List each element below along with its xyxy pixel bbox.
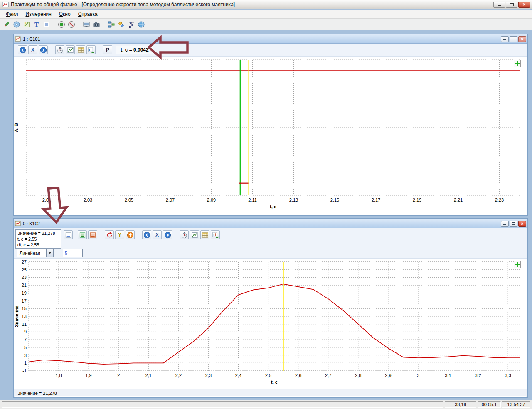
svg-text:3: 3 <box>417 373 419 378</box>
table-view-icon <box>202 232 209 239</box>
svg-text:21: 21 <box>22 283 27 288</box>
c101-plot[interactable]: 2,012,032,052,072,092,112,132,152,172,19… <box>14 57 526 214</box>
camera-button[interactable] <box>91 20 101 30</box>
minimize-button[interactable] <box>493 2 505 8</box>
stopwatch-button[interactable] <box>180 230 189 239</box>
stopwatch-button[interactable] <box>55 45 64 54</box>
window-c101-toolbar: X <box>14 44 527 57</box>
chart-view-button[interactable] <box>190 230 199 239</box>
export-chart-button[interactable] <box>86 45 96 54</box>
c101-restore-button[interactable] <box>510 36 517 42</box>
list-icon <box>65 232 72 239</box>
data-tree-button[interactable] <box>106 20 116 30</box>
export-chart-button[interactable] <box>211 230 220 239</box>
svg-text:2,11: 2,11 <box>248 197 257 202</box>
table-view-button[interactable] <box>200 230 209 239</box>
maximize-button[interactable] <box>506 2 517 8</box>
scroll-right-button[interactable] <box>163 230 172 239</box>
mdi-area: 1 : C101 × X <box>4 30 528 400</box>
chart-view-button[interactable] <box>66 45 75 54</box>
scroll-left-button[interactable] <box>142 230 151 239</box>
dropdown-arrow-button[interactable] <box>46 249 53 257</box>
bookmarks-button[interactable] <box>116 20 126 30</box>
restore-icon <box>512 38 515 40</box>
table-view-button[interactable] <box>76 45 85 54</box>
reset-scale-button[interactable] <box>105 230 114 239</box>
scroll-right-button[interactable] <box>39 45 48 54</box>
help-globe-button[interactable] <box>136 20 146 30</box>
calibrate-button[interactable] <box>22 20 32 30</box>
options-icon <box>128 21 135 28</box>
window-c101-title: 1 : C101 <box>23 37 40 42</box>
svg-text:2,2: 2,2 <box>175 373 182 378</box>
stopwatch-icon <box>181 232 188 239</box>
stop-measure-button[interactable] <box>66 20 76 30</box>
orange-table-button[interactable] <box>88 230 97 239</box>
scale-type-dropdown[interactable]: Линейная <box>17 249 54 257</box>
list-button[interactable] <box>64 230 73 239</box>
svg-text:2,17: 2,17 <box>372 197 380 202</box>
k102-plot[interactable]: 1,81,922,12,22,32,42,52,62,72,82,933,13,… <box>14 259 526 388</box>
window-icon <box>15 36 21 42</box>
window-controls: × <box>493 2 530 8</box>
window-c101-titlebar[interactable]: 1 : C101 × <box>14 34 527 44</box>
start-measure-button[interactable] <box>57 20 66 30</box>
fit-x-button[interactable]: X <box>28 45 37 54</box>
screen-capture-icon <box>83 21 90 28</box>
device-button[interactable] <box>12 20 22 30</box>
sensor-setup-button[interactable] <box>2 20 12 30</box>
k102-status-text: Значение = 21,278 <box>15 390 526 397</box>
c101-chart-area: 2,012,032,052,072,092,112,132,152,172,19… <box>14 57 527 215</box>
experiments-list-button[interactable] <box>42 20 52 30</box>
table-view-icon <box>77 47 84 54</box>
green-table-icon <box>79 232 86 239</box>
reset-arrow-icon <box>106 232 113 239</box>
window-icon <box>15 221 21 227</box>
svg-text:2,3: 2,3 <box>205 373 212 378</box>
svg-text:t, c: t, c <box>271 379 278 384</box>
menu-help[interactable]: Справка <box>74 10 101 18</box>
help-globe-icon <box>138 21 145 28</box>
svg-text:15: 15 <box>22 306 27 311</box>
svg-text:3,2: 3,2 <box>475 373 481 378</box>
window-k102-toolbar: Y X <box>64 230 220 239</box>
svg-text:3,1: 3,1 <box>445 373 451 378</box>
export-chart-icon <box>212 232 219 239</box>
close-icon: × <box>522 2 525 7</box>
menu-window[interactable]: Окно <box>55 10 74 18</box>
p-button[interactable]: P <box>103 45 112 54</box>
screen-capture-button[interactable] <box>81 20 91 30</box>
fit-x-label: X <box>31 47 34 53</box>
k102-zoom-in-button[interactable] <box>514 261 521 268</box>
title-bar[interactable]: Практикум по общей физике - [Определение… <box>0 0 532 9</box>
device-icon <box>13 21 20 28</box>
svg-text:13: 13 <box>22 314 27 319</box>
svg-text:2,23: 2,23 <box>495 197 504 202</box>
svg-text:1,9: 1,9 <box>85 373 91 378</box>
scroll-left-button[interactable] <box>18 45 27 54</box>
k102-minimize-button[interactable] <box>501 221 509 227</box>
p-label: P <box>106 47 109 53</box>
green-table-button[interactable] <box>78 230 87 239</box>
fit-x-button[interactable]: X <box>153 230 162 239</box>
svg-text:2,13: 2,13 <box>289 197 298 202</box>
options-button[interactable] <box>126 20 136 30</box>
c101-minimize-button[interactable] <box>501 36 509 42</box>
text-tool-button[interactable]: T <box>32 20 42 30</box>
scale-up-button[interactable] <box>126 230 135 239</box>
k102-restore-button[interactable] <box>510 221 517 227</box>
k102-close-button[interactable]: × <box>518 221 526 227</box>
menu-file[interactable]: Файл <box>2 10 22 18</box>
window-k102-titlebar[interactable]: 0 : K102 × <box>14 219 527 228</box>
plus-icon <box>515 262 520 267</box>
status-elapsed: 00:05.1 <box>478 401 501 408</box>
fit-y-button[interactable]: Y <box>115 230 124 239</box>
menu-measurements[interactable]: Измерения <box>22 10 55 18</box>
window-k102: 0 : K102 × Значение = 21,278 t, c = 2,55… <box>13 218 528 398</box>
points-input[interactable] <box>63 249 83 257</box>
c101-zoom-in-button[interactable] <box>514 60 521 67</box>
c101-close-button[interactable]: × <box>518 36 526 42</box>
close-button[interactable]: × <box>518 2 530 8</box>
plus-icon <box>515 61 520 66</box>
export-chart-icon <box>88 47 95 54</box>
